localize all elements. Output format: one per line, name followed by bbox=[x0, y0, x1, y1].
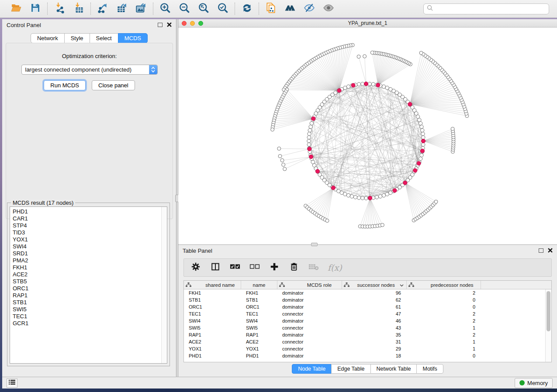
tab-edge-table[interactable]: Edge Table bbox=[331, 364, 370, 374]
tab-network[interactable]: Network bbox=[31, 33, 65, 43]
table-cell[interactable]: YOX1 bbox=[241, 346, 277, 351]
table-cell[interactable]: connector bbox=[277, 346, 342, 351]
mcds-result-item[interactable]: STB1 bbox=[13, 299, 167, 306]
column-header-predecessor-nodes[interactable]: predecessor nodes bbox=[407, 281, 481, 289]
table-cell[interactable]: dominator bbox=[277, 297, 342, 303]
mcds-result-item[interactable]: ORC1 bbox=[13, 285, 167, 292]
table-cell[interactable]: SWI5 bbox=[241, 325, 277, 330]
mcds-result-item[interactable]: FKH1 bbox=[13, 264, 167, 271]
float-panel-icon[interactable] bbox=[158, 23, 163, 27]
table-cell[interactable]: 18 bbox=[342, 353, 407, 358]
refresh-view-button[interactable] bbox=[240, 2, 253, 15]
table-cell[interactable]: 0 bbox=[407, 353, 481, 358]
table-cell[interactable]: dominator bbox=[277, 332, 342, 337]
network-canvas[interactable] bbox=[178, 28, 557, 244]
table-cell[interactable]: FKH1 bbox=[241, 290, 277, 296]
table-scrollbar[interactable] bbox=[545, 289, 551, 362]
table-cell[interactable]: connector bbox=[277, 325, 342, 330]
table-cell[interactable]: 47 bbox=[342, 311, 407, 316]
table-cell[interactable]: 2 bbox=[407, 311, 481, 316]
table-settings-button[interactable] bbox=[190, 262, 201, 273]
search-network-button[interactable] bbox=[284, 2, 297, 15]
export-network-button[interactable] bbox=[96, 2, 109, 15]
table-cell[interactable]: TEC1 bbox=[241, 311, 277, 316]
table-cell[interactable]: ORC1 bbox=[184, 304, 241, 309]
table-cell[interactable]: ORC1 bbox=[241, 304, 277, 309]
table-cell[interactable]: FKH1 bbox=[184, 290, 241, 296]
table-cell[interactable]: PHD1 bbox=[184, 353, 241, 358]
table-cell[interactable]: 61 bbox=[342, 304, 407, 309]
mcds-result-item[interactable]: ACE2 bbox=[13, 271, 167, 278]
table-cell[interactable]: 96 bbox=[342, 290, 407, 296]
close-panel-button[interactable]: Close panel bbox=[92, 80, 135, 90]
criterion-select[interactable]: largest connected component (undirected) bbox=[21, 65, 158, 75]
table-row[interactable]: ACE2ACE2connector311 bbox=[184, 338, 545, 345]
delete-column-button[interactable] bbox=[288, 262, 300, 273]
mcds-list-scrollbar[interactable] bbox=[161, 207, 167, 363]
mcds-result-item[interactable]: YOX1 bbox=[13, 236, 167, 243]
table-cell[interactable]: 2 bbox=[407, 332, 481, 337]
table-scrollbar-thumb[interactable] bbox=[547, 291, 550, 331]
clone-network-button[interactable] bbox=[264, 2, 277, 15]
mcds-result-item[interactable]: SRD1 bbox=[13, 250, 167, 257]
table-cell[interactable]: 46 bbox=[342, 318, 407, 323]
table-row[interactable]: TEC1TEC1connector472 bbox=[184, 310, 545, 317]
table-cell[interactable]: dominator bbox=[277, 304, 342, 309]
table-cell[interactable]: dominator bbox=[277, 353, 342, 358]
tab-style[interactable]: Style bbox=[64, 33, 90, 43]
table-cell[interactable]: 29 bbox=[342, 346, 407, 351]
column-header-MCDS-role[interactable]: MCDS role bbox=[277, 281, 342, 289]
mcds-result-item[interactable]: CAR1 bbox=[13, 215, 167, 222]
mcds-result-item[interactable]: TEC1 bbox=[13, 313, 167, 320]
task-history-button[interactable] bbox=[7, 378, 17, 388]
run-mcds-button[interactable]: Run MCDS bbox=[44, 80, 86, 90]
export-image-button[interactable] bbox=[135, 2, 148, 15]
table-cell[interactable]: 43 bbox=[342, 325, 407, 330]
mcds-result-item[interactable]: PMA2 bbox=[13, 257, 167, 264]
horizontal-splitter-handle[interactable] bbox=[311, 243, 318, 246]
mcds-result-listbox[interactable]: PHD1CAR1STP4TID3YOX1SWI4SRD1PMA2FKH1ACE2… bbox=[10, 206, 167, 364]
table-cell[interactable]: dominator bbox=[277, 318, 342, 323]
open-file-button[interactable] bbox=[10, 2, 23, 15]
table-cell[interactable]: 62 bbox=[342, 297, 407, 303]
hide-panels-button[interactable] bbox=[303, 2, 316, 15]
tab-network-table[interactable]: Network Table bbox=[370, 364, 417, 374]
table-row[interactable]: SWI5SWI5connector431 bbox=[184, 324, 545, 331]
memory-button[interactable]: Memory bbox=[515, 378, 553, 388]
table-cell[interactable]: RAP1 bbox=[184, 332, 241, 337]
close-panel-icon[interactable] bbox=[167, 21, 172, 29]
table-cell[interactable]: dominator bbox=[277, 290, 342, 296]
save-session-button[interactable] bbox=[29, 2, 42, 15]
column-header-name[interactable]: name bbox=[241, 281, 277, 289]
tab-select[interactable]: Select bbox=[90, 33, 118, 43]
table-cell[interactable]: 0 bbox=[407, 304, 481, 309]
table-cell[interactable]: 2 bbox=[407, 290, 481, 296]
mcds-result-item[interactable]: PHD1 bbox=[13, 208, 167, 215]
table-row[interactable]: ORC1ORC1dominator610 bbox=[184, 303, 545, 310]
network-window-titlebar[interactable]: YPA_prune.txt_1 bbox=[178, 19, 557, 28]
table-cell[interactable]: SWI5 bbox=[184, 325, 241, 330]
table-cell[interactable]: 31 bbox=[342, 339, 407, 344]
table-cell[interactable]: SWI4 bbox=[241, 318, 277, 323]
table-cell[interactable]: SWI4 bbox=[184, 318, 241, 323]
search-input[interactable] bbox=[433, 6, 546, 12]
table-cell[interactable]: RAP1 bbox=[241, 332, 277, 337]
tab-mcds[interactable]: MCDS bbox=[118, 33, 148, 43]
table-cell[interactable]: connector bbox=[277, 311, 342, 316]
zoom-out-button[interactable] bbox=[178, 2, 191, 15]
zoom-selected-button[interactable] bbox=[216, 2, 229, 15]
table-cell[interactable]: 1 bbox=[407, 339, 481, 344]
import-network-button[interactable] bbox=[53, 2, 66, 15]
table-row[interactable]: SWI4SWI4dominator462 bbox=[184, 317, 545, 324]
table-row[interactable]: RAP1RAP1dominator352 bbox=[184, 331, 545, 338]
float-table-panel-icon[interactable] bbox=[539, 248, 543, 253]
show-panels-button[interactable] bbox=[322, 2, 335, 15]
export-table-button[interactable] bbox=[115, 2, 128, 15]
table-cell[interactable]: 1 bbox=[407, 346, 481, 351]
table-cell[interactable]: connector bbox=[277, 339, 342, 344]
tab-motifs[interactable]: Motifs bbox=[416, 364, 443, 374]
tab-node-table[interactable]: Node Table bbox=[292, 364, 332, 374]
mcds-result-item[interactable]: SWI5 bbox=[13, 306, 167, 313]
select-all-rows-button[interactable] bbox=[229, 262, 241, 273]
zoom-fit-button[interactable] bbox=[197, 2, 210, 15]
